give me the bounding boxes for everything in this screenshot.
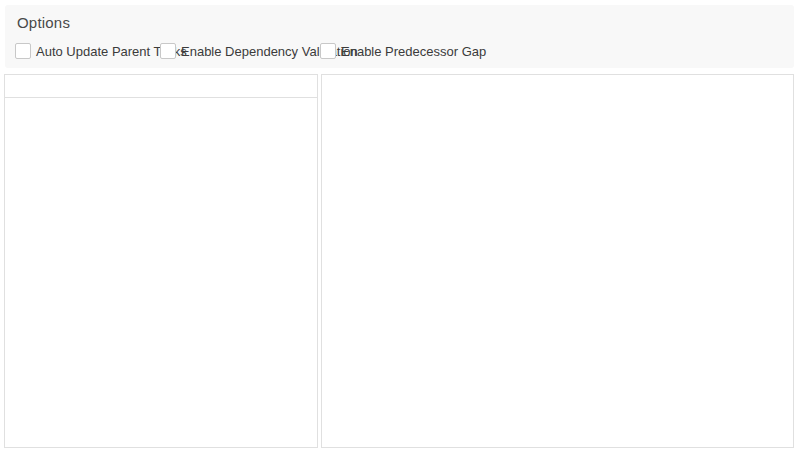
- enable-dependency-validation-checkbox[interactable]: [160, 43, 176, 59]
- gantt-chart-panel: [321, 74, 794, 448]
- checkbox-item-enable-predecessor-gap[interactable]: Enable Predecessor Gap: [320, 41, 486, 61]
- gantt-grid-panel: [4, 74, 318, 448]
- options-panel-title: Options: [17, 14, 70, 31]
- enable-predecessor-gap-label[interactable]: Enable Predecessor Gap: [341, 44, 486, 59]
- options-panel: Options Auto Update Parent Tasks Enable …: [5, 5, 794, 68]
- auto-update-parent-tasks-checkbox[interactable]: [15, 43, 31, 59]
- gantt-grid-header: [5, 75, 317, 98]
- enable-predecessor-gap-checkbox[interactable]: [320, 43, 336, 59]
- gantt-grid-body: [5, 98, 317, 447]
